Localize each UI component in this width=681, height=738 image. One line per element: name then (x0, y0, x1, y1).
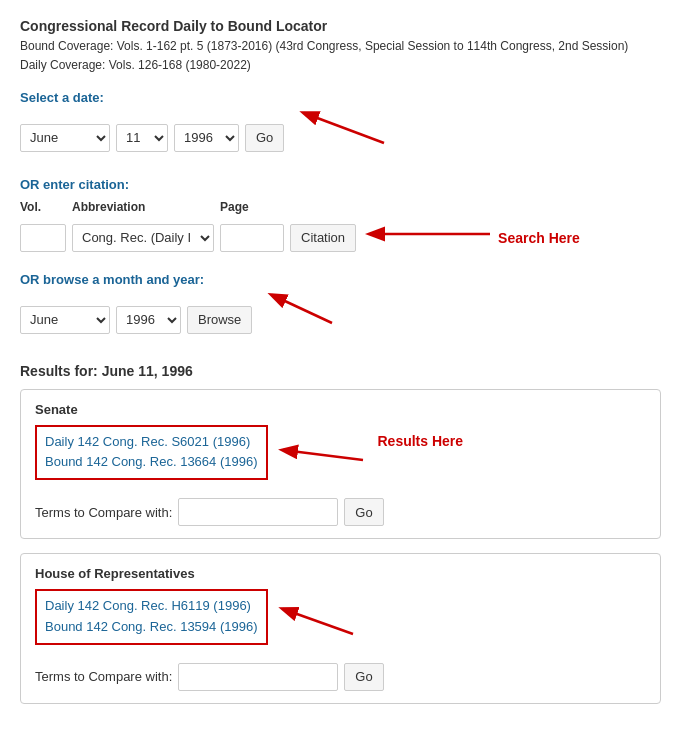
main-wrapper: Congressional Record Daily to Bound Loca… (20, 18, 661, 704)
coverage-daily: Daily Coverage: Vols. 126-168 (1980-2022… (20, 57, 661, 74)
arrow-senate-record (278, 430, 368, 480)
browse-month-select[interactable]: JanuaryFebruaryMarchAprilMay JuneJulyAug… (20, 306, 110, 334)
house-go-button[interactable]: Go (344, 663, 383, 691)
citation-section: OR enter citation: Vol. Abbreviation Pag… (20, 177, 661, 258)
senate-title: Senate (35, 402, 646, 417)
abbr-select[interactable]: Cong. Rec. (Daily I Cong. Rec. (Bound) (72, 224, 214, 252)
browse-row: JanuaryFebruaryMarchAprilMay JuneJulyAug… (20, 295, 661, 345)
house-card: House of Representatives Daily 142 Cong.… (20, 553, 661, 704)
browse-year-select[interactable]: 19801981198219831984 1985198619871988198… (116, 306, 181, 334)
citation-headers: Vol. Abbreviation Page (20, 200, 661, 214)
month-select[interactable]: JanuaryFebruaryMarchAprilMay JuneJulyAug… (20, 124, 110, 152)
senate-go-button[interactable]: Go (344, 498, 383, 526)
arrow-browse (262, 285, 342, 335)
col-vol-header: Vol. (20, 200, 72, 214)
year-select[interactable]: 19801981198219831984 1985198619871988198… (174, 124, 239, 152)
arrow-go-date (294, 103, 404, 153)
house-title: House of Representatives (35, 566, 646, 581)
search-here-annotation: Search Here (498, 230, 580, 246)
date-row: JanuaryFebruaryMarchAprilMay JuneJulyAug… (20, 113, 661, 163)
col-abbr-header: Abbreviation (72, 200, 220, 214)
browse-button[interactable]: Browse (187, 306, 252, 334)
day-select[interactable]: 12345 678910 1112131415 1617181920 21222… (116, 124, 168, 152)
senate-compare-input[interactable] (178, 498, 338, 526)
house-compare-input[interactable] (178, 663, 338, 691)
senate-compare-row: Terms to Compare with: Go (35, 498, 646, 526)
page-input[interactable] (220, 224, 284, 252)
results-label: Results for: June 11, 1996 (20, 363, 661, 379)
senate-compare-label: Terms to Compare with: (35, 505, 172, 520)
senate-daily-link[interactable]: Daily 142 Cong. Rec. S6021 (1996) (45, 432, 258, 453)
citation-button[interactable]: Citation (290, 224, 356, 252)
citation-input-row: Cong. Rec. (Daily I Cong. Rec. (Bound) C… (20, 218, 661, 258)
house-daily-link[interactable]: Daily 142 Cong. Rec. H6119 (1996) (45, 596, 258, 617)
house-compare-row: Terms to Compare with: Go (35, 663, 646, 691)
senate-record-box: Daily 142 Cong. Rec. S6021 (1996) Bound … (35, 425, 268, 481)
date-go-button[interactable]: Go (245, 124, 284, 152)
vol-input[interactable] (20, 224, 66, 252)
browse-section: OR browse a month and year: JanuaryFebru… (20, 272, 661, 345)
senate-card: Senate Daily 142 Cong. Rec. S6021 (1996)… (20, 389, 661, 540)
col-page-header: Page (220, 200, 290, 214)
house-record-box: Daily 142 Cong. Rec. H6119 (1996) Bound … (35, 589, 268, 645)
arrow-house-record (278, 594, 358, 644)
arrow-citation (360, 216, 500, 256)
citation-label: OR enter citation: (20, 177, 661, 192)
coverage-bound: Bound Coverage: Vols. 1-162 pt. 5 (1873-… (20, 38, 661, 55)
senate-bound-link[interactable]: Bound 142 Cong. Rec. 13664 (1996) (45, 452, 258, 473)
page-title: Congressional Record Daily to Bound Loca… (20, 18, 661, 34)
results-here-annotation: Results Here (378, 433, 464, 449)
house-compare-label: Terms to Compare with: (35, 669, 172, 684)
house-bound-link[interactable]: Bound 142 Cong. Rec. 13594 (1996) (45, 617, 258, 638)
